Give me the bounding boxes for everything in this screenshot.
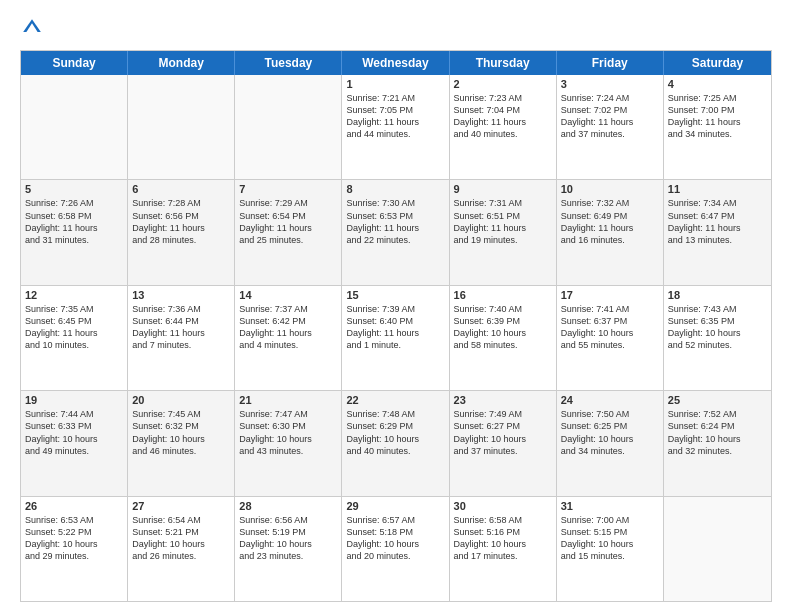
day-cell-22: 22Sunrise: 7:48 AM Sunset: 6:29 PM Dayli… xyxy=(342,391,449,495)
day-number: 3 xyxy=(561,78,659,90)
day-info: Sunrise: 7:49 AM Sunset: 6:27 PM Dayligh… xyxy=(454,408,552,457)
empty-cell xyxy=(21,75,128,179)
day-info: Sunrise: 6:58 AM Sunset: 5:16 PM Dayligh… xyxy=(454,514,552,563)
day-number: 7 xyxy=(239,183,337,195)
day-cell-27: 27Sunrise: 6:54 AM Sunset: 5:21 PM Dayli… xyxy=(128,497,235,601)
day-info: Sunrise: 7:43 AM Sunset: 6:35 PM Dayligh… xyxy=(668,303,767,352)
day-cell-19: 19Sunrise: 7:44 AM Sunset: 6:33 PM Dayli… xyxy=(21,391,128,495)
day-number: 13 xyxy=(132,289,230,301)
day-info: Sunrise: 7:28 AM Sunset: 6:56 PM Dayligh… xyxy=(132,197,230,246)
day-number: 4 xyxy=(668,78,767,90)
day-info: Sunrise: 7:29 AM Sunset: 6:54 PM Dayligh… xyxy=(239,197,337,246)
day-cell-24: 24Sunrise: 7:50 AM Sunset: 6:25 PM Dayli… xyxy=(557,391,664,495)
day-info: Sunrise: 7:23 AM Sunset: 7:04 PM Dayligh… xyxy=(454,92,552,141)
day-cell-29: 29Sunrise: 6:57 AM Sunset: 5:18 PM Dayli… xyxy=(342,497,449,601)
day-cell-6: 6Sunrise: 7:28 AM Sunset: 6:56 PM Daylig… xyxy=(128,180,235,284)
day-info: Sunrise: 7:44 AM Sunset: 6:33 PM Dayligh… xyxy=(25,408,123,457)
day-number: 8 xyxy=(346,183,444,195)
logo xyxy=(20,16,48,40)
day-info: Sunrise: 7:26 AM Sunset: 6:58 PM Dayligh… xyxy=(25,197,123,246)
day-cell-25: 25Sunrise: 7:52 AM Sunset: 6:24 PM Dayli… xyxy=(664,391,771,495)
day-header-saturday: Saturday xyxy=(664,51,771,75)
day-number: 23 xyxy=(454,394,552,406)
day-header-sunday: Sunday xyxy=(21,51,128,75)
calendar-row-1: 5Sunrise: 7:26 AM Sunset: 6:58 PM Daylig… xyxy=(21,180,771,285)
day-info: Sunrise: 7:41 AM Sunset: 6:37 PM Dayligh… xyxy=(561,303,659,352)
day-header-thursday: Thursday xyxy=(450,51,557,75)
day-cell-1: 1Sunrise: 7:21 AM Sunset: 7:05 PM Daylig… xyxy=(342,75,449,179)
day-info: Sunrise: 7:47 AM Sunset: 6:30 PM Dayligh… xyxy=(239,408,337,457)
day-cell-3: 3Sunrise: 7:24 AM Sunset: 7:02 PM Daylig… xyxy=(557,75,664,179)
day-cell-26: 26Sunrise: 6:53 AM Sunset: 5:22 PM Dayli… xyxy=(21,497,128,601)
day-info: Sunrise: 7:21 AM Sunset: 7:05 PM Dayligh… xyxy=(346,92,444,141)
day-info: Sunrise: 7:39 AM Sunset: 6:40 PM Dayligh… xyxy=(346,303,444,352)
day-cell-18: 18Sunrise: 7:43 AM Sunset: 6:35 PM Dayli… xyxy=(664,286,771,390)
logo-icon xyxy=(20,16,44,40)
day-cell-21: 21Sunrise: 7:47 AM Sunset: 6:30 PM Dayli… xyxy=(235,391,342,495)
day-number: 21 xyxy=(239,394,337,406)
day-number: 9 xyxy=(454,183,552,195)
day-cell-14: 14Sunrise: 7:37 AM Sunset: 6:42 PM Dayli… xyxy=(235,286,342,390)
day-info: Sunrise: 7:32 AM Sunset: 6:49 PM Dayligh… xyxy=(561,197,659,246)
day-cell-8: 8Sunrise: 7:30 AM Sunset: 6:53 PM Daylig… xyxy=(342,180,449,284)
day-number: 18 xyxy=(668,289,767,301)
day-info: Sunrise: 7:35 AM Sunset: 6:45 PM Dayligh… xyxy=(25,303,123,352)
day-cell-30: 30Sunrise: 6:58 AM Sunset: 5:16 PM Dayli… xyxy=(450,497,557,601)
day-number: 24 xyxy=(561,394,659,406)
day-number: 19 xyxy=(25,394,123,406)
empty-cell xyxy=(235,75,342,179)
day-cell-12: 12Sunrise: 7:35 AM Sunset: 6:45 PM Dayli… xyxy=(21,286,128,390)
day-info: Sunrise: 7:50 AM Sunset: 6:25 PM Dayligh… xyxy=(561,408,659,457)
day-info: Sunrise: 7:48 AM Sunset: 6:29 PM Dayligh… xyxy=(346,408,444,457)
empty-cell xyxy=(128,75,235,179)
day-cell-28: 28Sunrise: 6:56 AM Sunset: 5:19 PM Dayli… xyxy=(235,497,342,601)
day-number: 12 xyxy=(25,289,123,301)
day-number: 6 xyxy=(132,183,230,195)
empty-cell xyxy=(664,497,771,601)
calendar-row-2: 12Sunrise: 7:35 AM Sunset: 6:45 PM Dayli… xyxy=(21,286,771,391)
day-number: 26 xyxy=(25,500,123,512)
calendar-row-4: 26Sunrise: 6:53 AM Sunset: 5:22 PM Dayli… xyxy=(21,497,771,601)
day-info: Sunrise: 6:53 AM Sunset: 5:22 PM Dayligh… xyxy=(25,514,123,563)
day-info: Sunrise: 6:57 AM Sunset: 5:18 PM Dayligh… xyxy=(346,514,444,563)
calendar-row-3: 19Sunrise: 7:44 AM Sunset: 6:33 PM Dayli… xyxy=(21,391,771,496)
day-number: 31 xyxy=(561,500,659,512)
day-number: 14 xyxy=(239,289,337,301)
header xyxy=(20,16,772,40)
day-header-monday: Monday xyxy=(128,51,235,75)
day-header-friday: Friday xyxy=(557,51,664,75)
day-cell-13: 13Sunrise: 7:36 AM Sunset: 6:44 PM Dayli… xyxy=(128,286,235,390)
day-number: 2 xyxy=(454,78,552,90)
day-number: 17 xyxy=(561,289,659,301)
day-number: 16 xyxy=(454,289,552,301)
day-info: Sunrise: 7:00 AM Sunset: 5:15 PM Dayligh… xyxy=(561,514,659,563)
day-info: Sunrise: 7:37 AM Sunset: 6:42 PM Dayligh… xyxy=(239,303,337,352)
day-info: Sunrise: 7:31 AM Sunset: 6:51 PM Dayligh… xyxy=(454,197,552,246)
day-cell-7: 7Sunrise: 7:29 AM Sunset: 6:54 PM Daylig… xyxy=(235,180,342,284)
day-number: 30 xyxy=(454,500,552,512)
day-number: 27 xyxy=(132,500,230,512)
calendar: SundayMondayTuesdayWednesdayThursdayFrid… xyxy=(20,50,772,602)
day-cell-15: 15Sunrise: 7:39 AM Sunset: 6:40 PM Dayli… xyxy=(342,286,449,390)
day-number: 25 xyxy=(668,394,767,406)
day-cell-5: 5Sunrise: 7:26 AM Sunset: 6:58 PM Daylig… xyxy=(21,180,128,284)
day-number: 1 xyxy=(346,78,444,90)
day-cell-4: 4Sunrise: 7:25 AM Sunset: 7:00 PM Daylig… xyxy=(664,75,771,179)
day-number: 10 xyxy=(561,183,659,195)
page: SundayMondayTuesdayWednesdayThursdayFrid… xyxy=(0,0,792,612)
day-number: 20 xyxy=(132,394,230,406)
day-number: 15 xyxy=(346,289,444,301)
day-cell-16: 16Sunrise: 7:40 AM Sunset: 6:39 PM Dayli… xyxy=(450,286,557,390)
day-cell-2: 2Sunrise: 7:23 AM Sunset: 7:04 PM Daylig… xyxy=(450,75,557,179)
day-info: Sunrise: 7:45 AM Sunset: 6:32 PM Dayligh… xyxy=(132,408,230,457)
calendar-header: SundayMondayTuesdayWednesdayThursdayFrid… xyxy=(21,51,771,75)
day-info: Sunrise: 6:56 AM Sunset: 5:19 PM Dayligh… xyxy=(239,514,337,563)
day-info: Sunrise: 7:25 AM Sunset: 7:00 PM Dayligh… xyxy=(668,92,767,141)
day-info: Sunrise: 7:24 AM Sunset: 7:02 PM Dayligh… xyxy=(561,92,659,141)
day-cell-31: 31Sunrise: 7:00 AM Sunset: 5:15 PM Dayli… xyxy=(557,497,664,601)
day-number: 28 xyxy=(239,500,337,512)
day-number: 11 xyxy=(668,183,767,195)
day-info: Sunrise: 7:40 AM Sunset: 6:39 PM Dayligh… xyxy=(454,303,552,352)
day-cell-17: 17Sunrise: 7:41 AM Sunset: 6:37 PM Dayli… xyxy=(557,286,664,390)
day-cell-23: 23Sunrise: 7:49 AM Sunset: 6:27 PM Dayli… xyxy=(450,391,557,495)
